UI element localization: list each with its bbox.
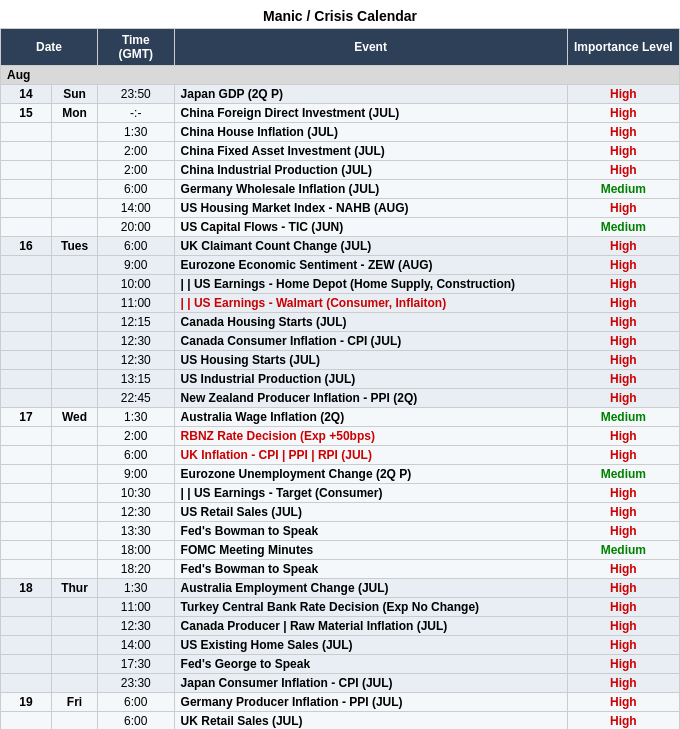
cell-time: 6:00 [97, 446, 174, 465]
cell-date [1, 313, 52, 332]
cell-day [52, 446, 98, 465]
cell-day [52, 351, 98, 370]
cell-importance: High [567, 522, 679, 541]
cell-date [1, 465, 52, 484]
cell-importance: High [567, 617, 679, 636]
cell-time: 12:30 [97, 503, 174, 522]
cell-date [1, 389, 52, 408]
cell-event: Eurozone Economic Sentiment - ZEW (AUG) [174, 256, 567, 275]
cell-event: China House Inflation (JUL) [174, 123, 567, 142]
table-row: 23:30 Japan Consumer Inflation - CPI (JU… [1, 674, 680, 693]
cell-event: US Housing Starts (JUL) [174, 351, 567, 370]
cell-date: 16 [1, 237, 52, 256]
cell-importance: High [567, 655, 679, 674]
cell-date [1, 446, 52, 465]
cell-event: UK Claimant Count Change (JUL) [174, 237, 567, 256]
page-title: Manic / Crisis Calendar [0, 0, 680, 28]
cell-time: 11:00 [97, 598, 174, 617]
cell-date: 14 [1, 85, 52, 104]
table-header-row: Date Time (GMT) Event Importance Level [1, 29, 680, 66]
cell-event: US Housing Market Index - NAHB (AUG) [174, 199, 567, 218]
cell-event: New Zealand Producer Inflation - PPI (2Q… [174, 389, 567, 408]
cell-importance: High [567, 712, 679, 730]
cell-importance: High [567, 674, 679, 693]
header-time: Time (GMT) [97, 29, 174, 66]
cell-day [52, 712, 98, 730]
cell-time: 14:00 [97, 199, 174, 218]
cell-date [1, 256, 52, 275]
cell-importance: High [567, 351, 679, 370]
cell-day [52, 161, 98, 180]
cell-time: 12:30 [97, 332, 174, 351]
cell-importance: High [567, 446, 679, 465]
cell-time: 6:00 [97, 693, 174, 712]
cell-date [1, 180, 52, 199]
cell-day [52, 123, 98, 142]
cell-day: Tues [52, 237, 98, 256]
cell-event: Eurozone Unemployment Change (2Q P) [174, 465, 567, 484]
header-importance: Importance Level [567, 29, 679, 66]
cell-date [1, 332, 52, 351]
cell-day [52, 294, 98, 313]
cell-importance: High [567, 579, 679, 598]
cell-time: 6:00 [97, 237, 174, 256]
cell-importance: High [567, 199, 679, 218]
cell-date [1, 712, 52, 730]
cell-importance: High [567, 560, 679, 579]
cell-importance: High [567, 161, 679, 180]
cell-time: 22:45 [97, 389, 174, 408]
cell-event: UK Retail Sales (JUL) [174, 712, 567, 730]
cell-time: 20:00 [97, 218, 174, 237]
table-row: 13:15 US Industrial Production (JUL) Hig… [1, 370, 680, 389]
cell-time: 2:00 [97, 161, 174, 180]
cell-date [1, 655, 52, 674]
cell-time: 1:30 [97, 123, 174, 142]
cell-time: 12:30 [97, 351, 174, 370]
cell-date [1, 617, 52, 636]
table-row: 10:00 | | US Earnings - Home Depot (Home… [1, 275, 680, 294]
cell-event: China Fixed Asset Investment (JUL) [174, 142, 567, 161]
table-row: 2:00 China Fixed Asset Investment (JUL) … [1, 142, 680, 161]
cell-time: 6:00 [97, 180, 174, 199]
table-row: 15 Mon -:- China Foreign Direct Investme… [1, 104, 680, 123]
cell-date [1, 294, 52, 313]
cell-time: 10:00 [97, 275, 174, 294]
cell-importance: High [567, 636, 679, 655]
cell-date [1, 123, 52, 142]
cell-time: 18:00 [97, 541, 174, 560]
cell-event: Fed's Bowman to Speak [174, 522, 567, 541]
cell-date [1, 427, 52, 446]
cell-event: FOMC Meeting Minutes [174, 541, 567, 560]
cell-importance: High [567, 693, 679, 712]
cell-time: 9:00 [97, 256, 174, 275]
cell-day: Mon [52, 104, 98, 123]
cell-event: US Industrial Production (JUL) [174, 370, 567, 389]
table-row: 1:30 China House Inflation (JUL) High [1, 123, 680, 142]
cell-importance: Medium [567, 465, 679, 484]
table-row: 12:30 Canada Producer | Raw Material Inf… [1, 617, 680, 636]
cell-time: 14:00 [97, 636, 174, 655]
cell-event: Canada Consumer Inflation - CPI (JUL) [174, 332, 567, 351]
cell-day: Thur [52, 579, 98, 598]
table-row: 9:00 Eurozone Economic Sentiment - ZEW (… [1, 256, 680, 275]
table-row: 6:00 UK Retail Sales (JUL) High [1, 712, 680, 730]
cell-date [1, 142, 52, 161]
cell-importance: High [567, 389, 679, 408]
table-row: 2:00 RBNZ Rate Decision (Exp +50bps) Hig… [1, 427, 680, 446]
cell-importance: High [567, 294, 679, 313]
cell-event: Australia Employment Change (JUL) [174, 579, 567, 598]
cell-event: US Existing Home Sales (JUL) [174, 636, 567, 655]
cell-day [52, 636, 98, 655]
cell-date [1, 636, 52, 655]
cell-event: | | US Earnings - Target (Consumer) [174, 484, 567, 503]
cell-importance: High [567, 104, 679, 123]
cell-event: Germany Producer Inflation - PPI (JUL) [174, 693, 567, 712]
cell-day [52, 655, 98, 674]
cell-date [1, 199, 52, 218]
cell-date: 17 [1, 408, 52, 427]
cell-importance: High [567, 484, 679, 503]
cell-day [52, 427, 98, 446]
cell-time: 1:30 [97, 579, 174, 598]
cell-importance: High [567, 313, 679, 332]
cell-event: Turkey Central Bank Rate Decision (Exp N… [174, 598, 567, 617]
